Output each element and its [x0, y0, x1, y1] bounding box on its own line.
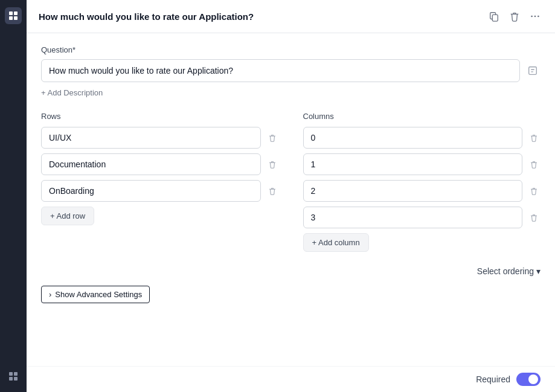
- row-delete-0[interactable]: [266, 131, 279, 144]
- row-input-2[interactable]: [41, 180, 261, 202]
- add-column-button[interactable]: + Add column: [303, 233, 369, 252]
- advanced-settings-row: › Show Advanced Settings: [41, 286, 541, 303]
- content-area: Question* + Add Description Rows: [27, 33, 555, 366]
- table-row: [303, 153, 541, 175]
- question-label: Question*: [41, 45, 541, 54]
- main-panel: How much would you like to rate our Appl…: [27, 0, 555, 392]
- svg-rect-8: [492, 14, 498, 21]
- col-input-0[interactable]: [303, 127, 523, 149]
- toggle-slider: [516, 373, 541, 386]
- svg-rect-6: [9, 377, 13, 381]
- svg-rect-2: [9, 16, 13, 20]
- svg-rect-5: [14, 372, 18, 376]
- row-input-0[interactable]: [41, 127, 261, 149]
- copy-button[interactable]: [486, 8, 502, 24]
- svg-point-9: [531, 16, 533, 18]
- col-input-3[interactable]: [303, 207, 523, 228]
- delete-button[interactable]: [507, 8, 522, 24]
- columns-label: Columns: [303, 112, 541, 121]
- select-ordering-button[interactable]: Select ordering ▾: [477, 266, 541, 276]
- table-row: [41, 180, 279, 202]
- col-delete-1[interactable]: [527, 158, 541, 171]
- panel-header: How much would you like to rate our Appl…: [27, 0, 555, 33]
- add-description-button[interactable]: + Add Description: [41, 86, 103, 100]
- svg-rect-1: [14, 11, 18, 15]
- advanced-settings-label: Show Advanced Settings: [55, 290, 142, 299]
- svg-rect-0: [9, 11, 13, 15]
- svg-point-11: [537, 16, 539, 18]
- rows-section: Rows: [41, 112, 279, 252]
- panel-title: How much would you like to rate our Appl…: [39, 11, 254, 22]
- sidebar-grid-icon[interactable]: [5, 7, 22, 24]
- required-label: Required: [476, 374, 510, 384]
- ordering-label: Select ordering: [477, 266, 534, 276]
- table-row: [41, 153, 279, 175]
- col-delete-3[interactable]: [527, 211, 541, 224]
- advanced-settings-button[interactable]: › Show Advanced Settings: [41, 286, 150, 303]
- svg-rect-12: [529, 67, 537, 75]
- question-row: [41, 59, 541, 82]
- ordering-row: Select ordering ▾: [41, 266, 541, 276]
- advanced-chevron-icon: ›: [49, 290, 51, 299]
- col-delete-2[interactable]: [527, 184, 541, 198]
- table-row: [303, 127, 541, 149]
- chevron-down-icon: ▾: [536, 266, 541, 276]
- columns-section: Columns: [303, 112, 541, 252]
- svg-rect-3: [14, 16, 18, 20]
- row-input-1[interactable]: [41, 153, 261, 175]
- add-row-label: + Add row: [50, 211, 85, 220]
- svg-point-10: [534, 16, 536, 18]
- sidebar: [0, 0, 27, 392]
- question-icon-btn[interactable]: [525, 63, 541, 79]
- table-row: [303, 207, 541, 228]
- question-input[interactable]: [41, 59, 520, 82]
- sidebar-bottom-icon[interactable]: [5, 368, 22, 385]
- table-row: [303, 180, 541, 202]
- required-toggle[interactable]: [516, 373, 541, 386]
- row-delete-2[interactable]: [266, 184, 279, 198]
- add-row-button[interactable]: + Add row: [41, 207, 94, 225]
- col-delete-0[interactable]: [527, 131, 541, 144]
- col-input-1[interactable]: [303, 153, 523, 175]
- add-description-label: + Add Description: [41, 88, 103, 97]
- row-delete-1[interactable]: [266, 158, 279, 171]
- more-button[interactable]: [527, 8, 543, 24]
- svg-rect-7: [14, 377, 18, 381]
- header-actions: [486, 8, 543, 24]
- add-column-label: + Add column: [312, 238, 360, 247]
- svg-rect-4: [9, 372, 13, 376]
- required-row: Required: [27, 366, 555, 392]
- table-row: [41, 127, 279, 149]
- col-input-2[interactable]: [303, 180, 523, 202]
- rows-label: Rows: [41, 112, 279, 121]
- rows-columns-section: Rows: [41, 112, 541, 252]
